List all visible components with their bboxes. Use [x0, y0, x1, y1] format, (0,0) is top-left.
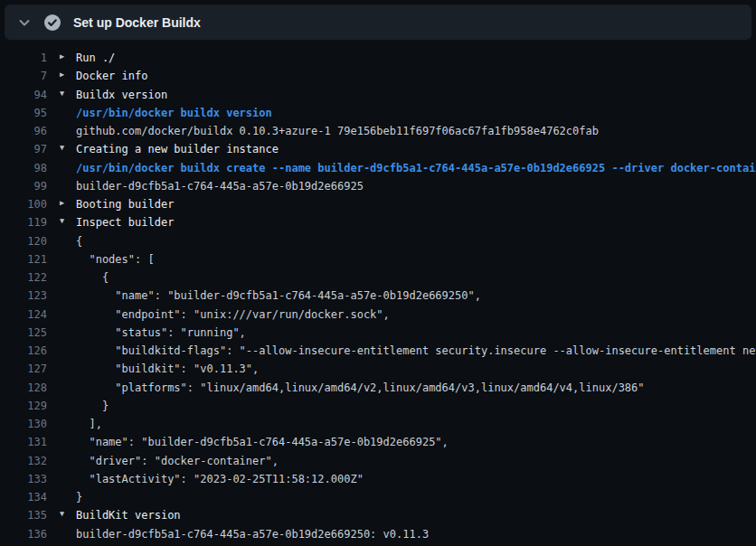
line-text: "name": "builder-d9cfb5a1-c764-445a-a57e…: [76, 436, 449, 454]
caret-icon: [60, 253, 76, 271]
line-number[interactable]: 7: [0, 70, 47, 88]
line-text: /usr/bin/docker buildx create --name bui…: [76, 162, 756, 180]
log-line: 133 "lastActivity": "2023-02-25T11:58:12…: [0, 473, 756, 491]
step-header[interactable]: Set up Docker Buildx: [5, 5, 751, 40]
line-number[interactable]: 131: [0, 436, 47, 454]
line-number[interactable]: 96: [0, 125, 47, 143]
line-text: "endpoint": "unix:///var/run/docker.sock…: [76, 308, 390, 326]
line-text: "driver": "docker-container",: [76, 455, 279, 473]
caret-icon: [60, 344, 76, 362]
log-line: 96 github.com/docker/buildx 0.10.3+azure…: [0, 125, 756, 143]
line-text: "nodes": [: [76, 253, 155, 271]
line-number[interactable]: 119: [0, 216, 47, 234]
line-number[interactable]: 121: [0, 253, 47, 271]
line-text: "status": "running",: [76, 326, 246, 344]
line-text: github.com/docker/buildx 0.10.3+azure-1 …: [76, 125, 599, 143]
log-line: 129 }: [0, 400, 756, 418]
log-line: 136 builder-d9cfb5a1-c764-445a-a57e-0b19…: [0, 528, 756, 546]
caret-icon: [60, 436, 76, 454]
caret-icon[interactable]: ▼: [60, 89, 76, 107]
caret-icon[interactable]: ▶: [60, 70, 76, 88]
line-text: Run ./: [76, 52, 115, 70]
caret-icon: [60, 326, 76, 344]
line-number[interactable]: 97: [0, 143, 47, 161]
log-line: 134 }: [0, 491, 756, 509]
line-number[interactable]: 94: [0, 89, 47, 107]
log-line: 125 "status": "running",: [0, 326, 756, 344]
line-text: ],: [76, 418, 102, 436]
line-number[interactable]: 99: [0, 180, 47, 198]
log-line[interactable]: 135 ▼ BuildKit version: [0, 509, 756, 527]
log-line[interactable]: 100 ▶ Booting builder: [0, 198, 756, 216]
line-text: Creating a new builder instance: [76, 143, 279, 161]
line-number[interactable]: 126: [0, 344, 47, 362]
log-line: 120 {: [0, 235, 756, 253]
caret-icon[interactable]: ▶: [60, 198, 76, 216]
caret-icon[interactable]: ▼: [60, 509, 76, 527]
line-text: }: [76, 400, 109, 418]
line-number[interactable]: 129: [0, 400, 47, 418]
log-line[interactable]: 1 ▶ Run ./: [0, 52, 756, 70]
line-number[interactable]: 98: [0, 162, 47, 180]
log-line: 98 /usr/bin/docker buildx create --name …: [0, 162, 756, 180]
line-number[interactable]: 120: [0, 235, 47, 253]
line-number[interactable]: 123: [0, 289, 47, 307]
caret-icon: [60, 289, 76, 307]
line-number[interactable]: 135: [0, 509, 47, 527]
line-text: /usr/bin/docker buildx version: [76, 107, 272, 125]
line-number[interactable]: 95: [0, 107, 47, 125]
line-text: "lastActivity": "2023-02-25T11:58:12.000…: [76, 473, 364, 491]
line-number[interactable]: 128: [0, 381, 47, 400]
caret-icon: [60, 235, 76, 253]
line-number[interactable]: 134: [0, 491, 47, 509]
log-line[interactable]: 94 ▼ Buildx version: [0, 89, 756, 107]
line-number[interactable]: 1: [0, 52, 47, 70]
line-text: "name": "builder-d9cfb5a1-c764-445a-a57e…: [76, 289, 481, 307]
line-text: builder-d9cfb5a1-c764-445a-a57e-0b19d2e6…: [76, 180, 364, 198]
log-line: 131 "name": "builder-d9cfb5a1-c764-445a-…: [0, 436, 756, 454]
log-line[interactable]: 119 ▼ Inspect builder: [0, 216, 756, 234]
caret-icon[interactable]: ▶: [60, 52, 76, 70]
log-line: 128 "platforms": "linux/amd64,linux/amd6…: [0, 381, 756, 400]
caret-icon: [60, 362, 76, 381]
line-number[interactable]: 122: [0, 271, 47, 289]
line-number[interactable]: 133: [0, 473, 47, 491]
line-text: Docker info: [76, 70, 147, 88]
log-line: 123 "name": "builder-d9cfb5a1-c764-445a-…: [0, 289, 756, 307]
caret-icon[interactable]: ▼: [60, 216, 76, 234]
step-title: Set up Docker Buildx: [73, 15, 201, 30]
chevron-down-icon[interactable]: [17, 15, 32, 30]
line-text: Buildx version: [76, 89, 167, 107]
check-circle-icon: [43, 14, 61, 32]
caret-icon: [60, 400, 76, 418]
line-number[interactable]: 132: [0, 455, 47, 473]
line-text: }: [76, 491, 82, 509]
line-number[interactable]: 136: [0, 528, 47, 546]
caret-icon: [60, 125, 76, 143]
log-line: 132 "driver": "docker-container",: [0, 455, 756, 473]
log-line: 124 "endpoint": "unix:///var/run/docker.…: [0, 308, 756, 326]
log-area: 1 ▶ Run ./ 7 ▶ Docker info 94 ▼ Buildx v…: [0, 52, 756, 546]
line-number[interactable]: 124: [0, 308, 47, 326]
caret-icon[interactable]: ▼: [60, 143, 76, 161]
line-number[interactable]: 130: [0, 418, 47, 436]
log-line: 121 "nodes": [: [0, 253, 756, 271]
log-line: 99 builder-d9cfb5a1-c764-445a-a57e-0b19d…: [0, 180, 756, 198]
caret-icon: [60, 107, 76, 125]
caret-icon: [60, 308, 76, 326]
line-text: {: [76, 271, 109, 289]
line-text: Inspect builder: [76, 216, 174, 234]
log-line[interactable]: 97 ▼ Creating a new builder instance: [0, 143, 756, 161]
line-text: {: [76, 235, 82, 253]
line-number[interactable]: 125: [0, 326, 47, 344]
line-text: "buildkit": "v0.11.3",: [76, 362, 259, 381]
log-line: 130 ],: [0, 418, 756, 436]
caret-icon: [60, 491, 76, 509]
caret-icon: [60, 528, 76, 546]
log-line[interactable]: 7 ▶ Docker info: [0, 70, 756, 88]
line-number[interactable]: 100: [0, 198, 47, 216]
caret-icon: [60, 162, 76, 180]
line-number[interactable]: 127: [0, 362, 47, 381]
log-line: 95 /usr/bin/docker buildx version: [0, 107, 756, 125]
caret-icon: [60, 180, 76, 198]
